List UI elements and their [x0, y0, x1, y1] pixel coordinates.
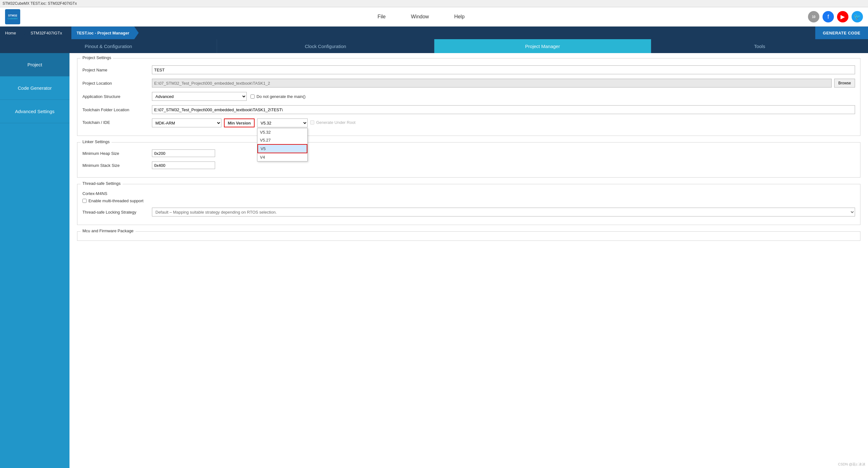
title-bar: STM32CubeMX TEST.ioc: STM32F407IGTx	[0, 0, 868, 7]
min-stack-row: Minimum Stack Size	[83, 162, 855, 169]
enable-multithread-label: Enable multi-threaded support	[83, 199, 144, 203]
thread-locking-row: Thread-safe Locking Strategy Default – M…	[83, 208, 855, 216]
toolchain-folder-input[interactable]	[152, 105, 855, 114]
tab-project-manager[interactable]: Project Manager	[434, 39, 651, 53]
sidebar-item-advanced-settings[interactable]: Advanced Settings	[0, 100, 69, 123]
linker-settings-title: Linker Settings	[81, 139, 112, 144]
tabbar: Pinout & Configuration Clock Configurati…	[0, 39, 868, 53]
logo-area: STM32 CubeMX	[5, 9, 22, 24]
project-location-label: Project Location	[83, 81, 152, 86]
app-structure-row: Application Structure Advanced Basic Do …	[83, 92, 855, 101]
min-version-button[interactable]: Min Version	[224, 118, 255, 127]
generate-under-root-label: Generate Under Root	[310, 118, 355, 125]
min-heap-row: Minimum Heap Size	[83, 149, 855, 157]
project-location-row: Project Location Browse	[83, 79, 855, 88]
thread-locking-label: Thread-safe Locking Strategy	[83, 210, 152, 214]
youtube-icon[interactable]: ▶	[837, 11, 848, 23]
app-structure-controls: Advanced Basic Do not generate the main(…	[152, 92, 305, 101]
min-heap-input[interactable]	[152, 149, 215, 157]
nav-file[interactable]: File	[377, 14, 386, 20]
cortex-label: Cortex-M4NS	[83, 191, 855, 196]
project-name-label: Project Name	[83, 68, 152, 72]
main-area: Project Code Generator Advanced Settings…	[0, 53, 868, 468]
tab-clock[interactable]: Clock Configuration	[217, 39, 434, 53]
app-structure-label: Application Structure	[83, 94, 152, 99]
project-name-row: Project Name	[83, 65, 855, 74]
twitter-icon[interactable]: 🐦	[851, 11, 863, 23]
logo-stm: STM32	[8, 14, 17, 17]
breadcrumb-home[interactable]: Home	[0, 27, 21, 39]
facebook-icon[interactable]: f	[823, 11, 834, 23]
min-heap-label: Minimum Heap Size	[83, 151, 152, 156]
breadcrumb: Home STM32F407IGTx TEST.ioc - Project Ma…	[0, 27, 868, 39]
thread-settings-section: Thread-safe Settings Cortex-M4NS Enable …	[77, 184, 861, 225]
content-area: Project Settings Project Name Project Lo…	[69, 53, 868, 468]
linker-settings-section: Linker Settings Minimum Heap Size Minimu…	[77, 142, 861, 178]
anniversary-icon: 10	[808, 11, 819, 23]
toolchain-folder-label: Toolchain Folder Location	[83, 108, 152, 112]
tab-tools[interactable]: Tools	[651, 39, 868, 53]
toolchain-folder-row: Toolchain Folder Location	[83, 105, 855, 114]
project-name-input[interactable]	[152, 65, 855, 74]
version-dropdown-container: V5.32 V5.32 V5.27 V5 V4	[257, 118, 308, 127]
project-settings-section: Project Settings Project Name Project Lo…	[77, 58, 861, 136]
version-option-v4[interactable]: V4	[257, 153, 307, 161]
sidebar-item-code-generator[interactable]: Code Generator	[0, 77, 69, 100]
toolchain-ide-label: Toolchain / IDE	[83, 118, 152, 125]
breadcrumb-arrow-1	[21, 27, 26, 39]
title-text: STM32CubeMX TEST.ioc: STM32F407IGTx	[2, 1, 77, 6]
do-not-generate-checkbox[interactable]	[250, 94, 255, 98]
top-nav: STM32 CubeMX File Window Help 10 f ▶ 🐦	[0, 7, 868, 27]
social-icons: 10 f ▶ 🐦	[808, 11, 863, 23]
app-structure-select[interactable]: Advanced Basic	[152, 92, 247, 101]
breadcrumb-project[interactable]: TEST.ioc - Project Manager	[71, 27, 134, 39]
nav-help[interactable]: Help	[454, 14, 465, 20]
thread-locking-select[interactable]: Default – Mapping suitable strategy depe…	[152, 208, 855, 216]
thread-settings-title: Thread-safe Settings	[81, 181, 123, 186]
nav-window[interactable]: Window	[411, 14, 429, 20]
logo-cubemx: CubeMX	[7, 17, 18, 20]
do-not-generate-label: Do not generate the main()	[250, 94, 305, 99]
version-option-v532[interactable]: V5.32	[257, 128, 307, 136]
toolchain-ide-row: Toolchain / IDE MDK-ARM STM32CubeIDE Mak…	[83, 118, 855, 127]
mcu-firmware-title: Mcu and Firmware Package	[81, 229, 135, 233]
browse-button[interactable]: Browse	[834, 79, 855, 88]
version-option-v5[interactable]: V5	[257, 144, 307, 153]
mcu-firmware-section: Mcu and Firmware Package	[77, 231, 861, 241]
generate-code-button[interactable]: GENERATE CODE	[815, 27, 868, 39]
enable-multithread-checkbox[interactable]	[83, 199, 87, 203]
project-location-input[interactable]	[152, 79, 832, 88]
project-settings-title: Project Settings	[81, 55, 113, 60]
toolchain-ide-select[interactable]: MDK-ARM STM32CubeIDE Makefile	[152, 118, 221, 127]
toolchain-controls: MDK-ARM STM32CubeIDE Makefile Min Versio…	[152, 118, 355, 127]
version-select[interactable]: V5.32	[257, 118, 308, 127]
version-option-v527[interactable]: V5.27	[257, 136, 307, 144]
generate-under-root-checkbox[interactable]	[310, 120, 314, 124]
breadcrumb-arrow-3	[134, 27, 139, 39]
sidebar-item-project[interactable]: Project	[0, 53, 69, 77]
sidebar: Project Code Generator Advanced Settings	[0, 53, 69, 468]
breadcrumb-arrow-2	[67, 27, 71, 39]
min-stack-input[interactable]	[152, 162, 215, 169]
logo-box: STM32 CubeMX	[5, 9, 20, 24]
min-stack-label: Minimum Stack Size	[83, 163, 152, 168]
version-dropdown-menu: V5.32 V5.27 V5 V4	[257, 128, 308, 162]
watermark: CSDN @花c 冰冰	[838, 462, 866, 467]
tab-pinout[interactable]: Pinout & Configuration	[0, 39, 217, 53]
breadcrumb-mcu[interactable]: STM32F407IGTx	[26, 27, 67, 39]
nav-menu: File Window Help	[34, 14, 808, 20]
enable-multithread-row: Enable multi-threaded support	[83, 199, 855, 203]
